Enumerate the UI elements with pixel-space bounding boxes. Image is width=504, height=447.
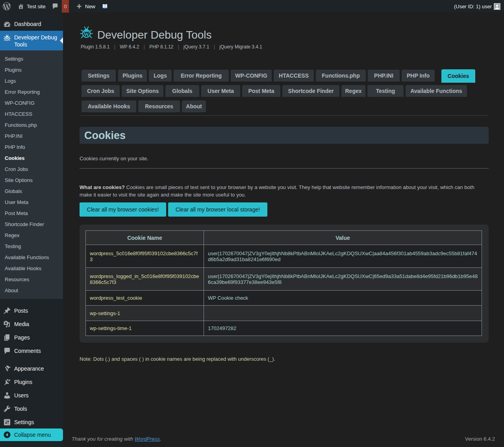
svg-text:W: W: [83, 31, 89, 37]
svg-text:W: W: [6, 37, 9, 41]
